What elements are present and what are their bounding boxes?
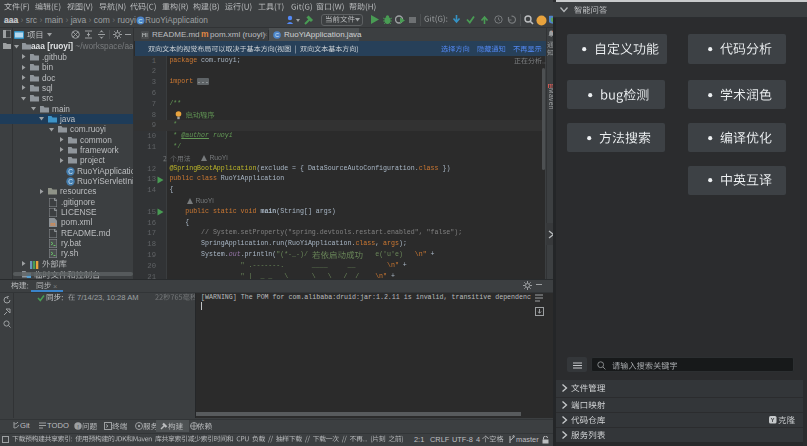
svg-text:C: C <box>68 168 73 175</box>
svg-text:C: C <box>138 17 143 23</box>
svg-text:Y: Y <box>771 417 775 423</box>
svg-text:C: C <box>68 178 73 185</box>
svg-text:C: C <box>275 32 279 38</box>
svg-text:m: m <box>50 221 55 227</box>
